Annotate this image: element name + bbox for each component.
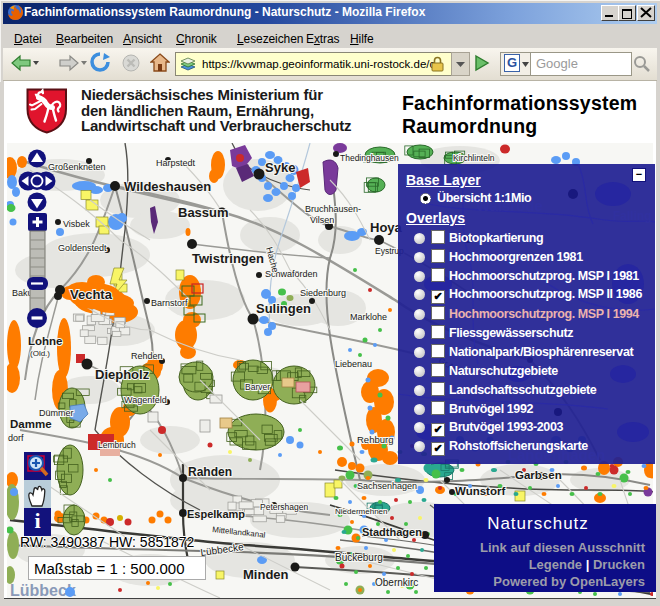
- svg-text:Diepholz: Diepholz: [95, 367, 150, 382]
- svg-text:Lembruch: Lembruch: [98, 440, 136, 450]
- svg-text:Kirchlinteln: Kirchlinteln: [453, 153, 495, 163]
- svg-text:Twistringen: Twistringen: [192, 251, 264, 266]
- svg-text:Vechta: Vechta: [70, 287, 113, 302]
- svg-text:Wunstorf: Wunstorf: [455, 485, 505, 497]
- svg-text:(Old.): (Old.): [30, 349, 50, 358]
- svg-text:Stadthagen: Stadthagen: [362, 526, 422, 538]
- svg-text:Dümmer: Dümmer: [39, 408, 74, 418]
- svg-text:Bückeburg: Bückeburg: [335, 552, 383, 563]
- svg-text:Harpstedt: Harpstedt: [156, 158, 196, 168]
- svg-text:Thedinghausen: Thedinghausen: [340, 153, 399, 163]
- svg-text:Barnstorf: Barnstorf: [151, 298, 188, 308]
- svg-text:Liebenau: Liebenau: [335, 359, 372, 369]
- svg-text:Bruchhausen-: Bruchhausen-: [305, 204, 361, 214]
- svg-text:Goldenstedt: Goldenstedt: [58, 243, 107, 253]
- svg-text:Rahden: Rahden: [188, 465, 232, 479]
- svg-text:Wagenfeld: Wagenfeld: [124, 395, 167, 405]
- svg-text:Minden: Minden: [243, 567, 289, 582]
- svg-text:Siedenburg: Siedenburg: [300, 288, 346, 298]
- svg-text:Syke: Syke: [265, 160, 295, 175]
- svg-text:Bassum: Bassum: [178, 205, 229, 220]
- svg-text:Obernkirc: Obernkirc: [375, 577, 418, 588]
- svg-text:Sachsenhagen: Sachsenhagen: [357, 481, 417, 491]
- svg-text:Petershagen: Petershagen: [260, 502, 308, 512]
- svg-text:dorf: dorf: [8, 433, 24, 443]
- svg-text:Wildeshausen: Wildeshausen: [124, 179, 211, 194]
- svg-text:Lohne: Lohne: [28, 335, 63, 347]
- svg-text:Damme: Damme: [10, 418, 52, 430]
- svg-text:Marklohe: Marklohe: [350, 312, 387, 322]
- svg-text:Rehburg: Rehburg: [357, 434, 393, 445]
- svg-text:Barver: Barver: [245, 382, 270, 392]
- svg-text:Niedermehnen: Niedermehnen: [335, 507, 387, 516]
- svg-text:Falling: Falling: [613, 209, 652, 223]
- svg-text:Garbsen: Garbsen: [515, 469, 562, 481]
- svg-text:Visbek: Visbek: [63, 219, 90, 229]
- svg-text:Espelkamp: Espelkamp: [187, 508, 245, 520]
- svg-text:Sulingen: Sulingen: [256, 301, 311, 316]
- svg-text:Rehden: Rehden: [131, 351, 163, 361]
- svg-text:Vilsen: Vilsen: [310, 215, 334, 225]
